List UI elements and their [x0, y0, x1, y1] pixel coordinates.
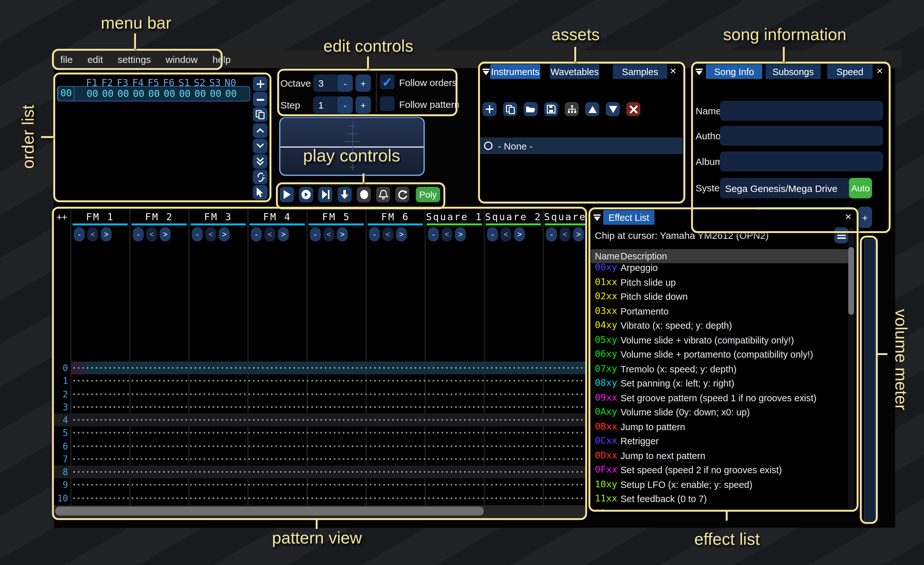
song-tuning-plus-button[interactable]: +: [858, 207, 872, 228]
deep-clone-order-button[interactable]: [253, 170, 268, 184]
song-info-tab-song-info[interactable]: Song Info: [706, 64, 762, 79]
order-cell[interactable]: 00: [131, 87, 146, 100]
move-instrument-up-button[interactable]: [585, 102, 599, 116]
menu-item-file[interactable]: file: [60, 54, 72, 65]
song-system-auto-button[interactable]: Auto: [849, 178, 872, 198]
pattern-row-cells[interactable]: [72, 361, 584, 374]
menu-item-help[interactable]: help: [212, 54, 231, 65]
add-order-button[interactable]: [253, 77, 268, 91]
menu-item-edit[interactable]: edit: [87, 54, 103, 65]
move-order-up-button[interactable]: [253, 123, 268, 138]
menu-item-settings[interactable]: settings: [118, 54, 151, 65]
metronome-button[interactable]: [376, 187, 390, 202]
poly-toggle-button[interactable]: Poly: [416, 187, 440, 202]
song-info-tab-speed[interactable]: Speed: [827, 64, 873, 79]
pattern-row-cells[interactable]: [72, 413, 584, 426]
stop-button[interactable]: [357, 187, 371, 202]
edit-step-plus-button[interactable]: +: [356, 96, 371, 114]
effect-list-options-button[interactable]: [834, 227, 848, 243]
pattern-channel-expand-button[interactable]: >: [278, 227, 289, 241]
song-info-tab-subsongs[interactable]: Subsongs: [765, 64, 821, 79]
effect-row[interactable]: 0CxxRetrigger: [591, 434, 854, 448]
remove-order-button[interactable]: [253, 92, 268, 107]
edit-step-minus-button[interactable]: -: [338, 96, 353, 114]
effect-row[interactable]: 01xxPitch slide up: [591, 275, 854, 289]
effect-row[interactable]: 11xxSet feedback (0 to 7): [591, 492, 854, 506]
song-system-select[interactable]: Sega Genesis/Mega Drive: [720, 178, 852, 198]
song-info-window-menu-button[interactable]: [694, 65, 704, 78]
delete-instrument-button[interactable]: [626, 102, 640, 116]
pattern-row-cells[interactable]: [72, 491, 584, 504]
pattern-channel-expand-button[interactable]: >: [219, 227, 230, 241]
edit-octave-plus-button[interactable]: +: [356, 75, 371, 92]
follow-pattern-checkbox[interactable]: [380, 96, 394, 111]
effect-list-scrollbar-thumb[interactable]: [848, 247, 854, 315]
save-instrument-button[interactable]: [544, 102, 558, 116]
pattern-hscrollbar-thumb[interactable]: [55, 506, 484, 515]
pattern-channel-collapse-button[interactable]: -: [487, 227, 498, 241]
instrument-list-item[interactable]: - None -: [480, 137, 683, 154]
pattern-channel-expand-button[interactable]: >: [101, 227, 112, 241]
move-order-bottom-button[interactable]: [253, 154, 268, 169]
order-cell[interactable]: 00: [100, 87, 115, 100]
pattern-row-cells[interactable]: [72, 388, 584, 400]
effect-row[interactable]: 12xxSet level of operator 1 (0 highest, …: [591, 506, 854, 510]
pattern-channel-expand-button[interactable]: >: [337, 227, 348, 241]
effect-row[interactable]: 05xyVolume slide + vibrato (compatibilit…: [591, 333, 854, 347]
edit-octave-minus-button[interactable]: -: [338, 75, 353, 92]
pattern-channel-collapse-button[interactable]: -: [428, 227, 439, 241]
effect-row[interactable]: 0BxxJump to pattern: [591, 419, 854, 434]
follow-orders-checkbox[interactable]: ✓: [380, 75, 394, 89]
effect-list-tab[interactable]: Effect List: [603, 210, 654, 225]
effect-row[interactable]: 04xyVibrato (x: speed; y: depth): [591, 319, 854, 332]
order-cell[interactable]: 00: [177, 87, 192, 100]
duplicate-order-button[interactable]: [253, 108, 268, 122]
pattern-channel-expand-button[interactable]: >: [514, 227, 525, 241]
order-row-index[interactable]: 00: [58, 86, 74, 101]
pattern-channel-expand-button[interactable]: >: [396, 227, 407, 241]
assets-window-menu-button[interactable]: [481, 65, 491, 78]
pattern-channel-collapse-button[interactable]: -: [192, 227, 203, 241]
pattern-channel-collapse-button[interactable]: -: [133, 227, 144, 241]
pattern-row-cells[interactable]: [72, 439, 584, 452]
pattern-channel-shrink-button[interactable]: <: [87, 227, 98, 241]
pattern-channel-collapse-button[interactable]: -: [546, 227, 557, 241]
pattern-channel-shrink-button[interactable]: <: [501, 227, 512, 241]
step-row-button[interactable]: [338, 187, 352, 202]
move-order-down-button[interactable]: [253, 139, 268, 153]
pattern-channel-collapse-button[interactable]: -: [369, 227, 380, 241]
duplicate-instrument-button[interactable]: [503, 102, 517, 116]
order-cell[interactable]: 00: [224, 87, 238, 100]
assets-close-button[interactable]: ×: [670, 65, 676, 78]
pattern-channel-shrink-button[interactable]: <: [441, 227, 452, 241]
assets-tab-wavetables[interactable]: Wavetables: [550, 64, 599, 79]
pattern-channel-collapse-button[interactable]: -: [74, 227, 85, 241]
order-cell[interactable]: 00: [116, 87, 130, 100]
pattern-expand-button[interactable]: ++: [57, 212, 68, 222]
pattern-row-cells[interactable]: [72, 479, 584, 491]
order-cell[interactable]: 00: [193, 87, 208, 100]
effect-row[interactable]: 0AxyVolume slide (0y: down; x0: up): [591, 405, 854, 419]
effect-row[interactable]: 07xyTremolo (x: speed; y: depth): [591, 362, 854, 376]
pattern-row-cells[interactable]: [72, 427, 584, 439]
pattern-channel-expand-button[interactable]: >: [160, 227, 171, 241]
assets-tab-instruments[interactable]: Instruments: [490, 64, 540, 79]
song-author-input[interactable]: [720, 126, 883, 146]
effect-row[interactable]: 02xxPitch slide down: [591, 290, 854, 304]
song-album-input[interactable]: [720, 152, 883, 171]
effect-row[interactable]: 0DxxJump to next pattern: [591, 448, 854, 463]
pattern-channel-shrink-button[interactable]: <: [264, 227, 275, 241]
effect-list-close-button[interactable]: ×: [845, 210, 852, 224]
effect-row[interactable]: 08xySet panning (x: left; y: right): [591, 376, 854, 391]
pattern-row-cells[interactable]: [72, 375, 584, 388]
effect-row[interactable]: 09xxSet groove pattern (speed 1 if no gr…: [591, 391, 854, 405]
pattern-channel-expand-button[interactable]: >: [573, 227, 584, 241]
toggle-folders-button[interactable]: [565, 102, 579, 116]
pattern-channel-shrink-button[interactable]: <: [560, 227, 570, 241]
open-instrument-button[interactable]: [524, 102, 538, 116]
effect-row[interactable]: 03xxPortamento: [591, 304, 854, 318]
pattern-channel-shrink-button[interactable]: <: [206, 227, 216, 241]
add-instrument-button[interactable]: [483, 102, 496, 116]
effect-row[interactable]: 06xyVolume slide + portamento (compatibi…: [591, 347, 854, 361]
play-button[interactable]: [280, 187, 294, 202]
